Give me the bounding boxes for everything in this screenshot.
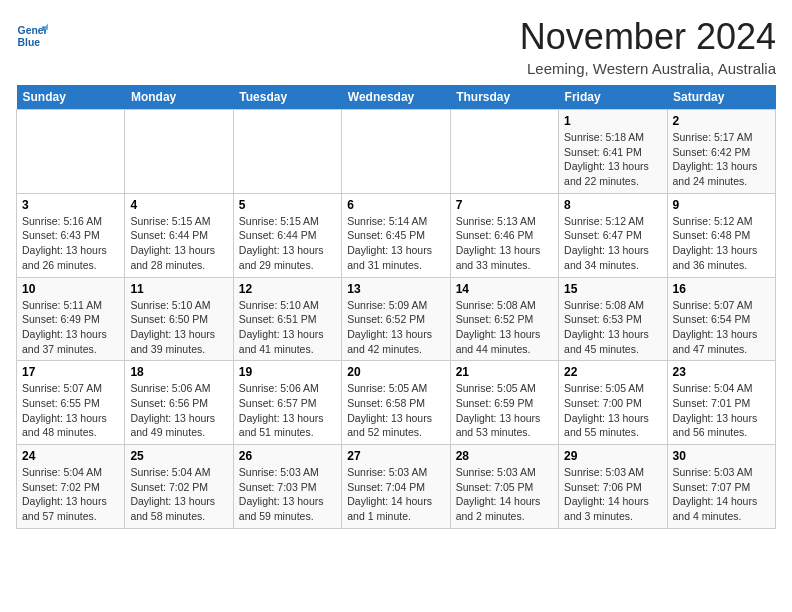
calendar-cell: 29Sunrise: 5:03 AM Sunset: 7:06 PM Dayli… — [559, 445, 667, 529]
weekday-monday: Monday — [125, 85, 233, 110]
weekday-thursday: Thursday — [450, 85, 558, 110]
calendar-cell: 19Sunrise: 5:06 AM Sunset: 6:57 PM Dayli… — [233, 361, 341, 445]
day-number: 24 — [22, 449, 119, 463]
day-info: Sunrise: 5:18 AM Sunset: 6:41 PM Dayligh… — [564, 130, 661, 189]
day-info: Sunrise: 5:06 AM Sunset: 6:57 PM Dayligh… — [239, 381, 336, 440]
day-number: 9 — [673, 198, 770, 212]
day-number: 7 — [456, 198, 553, 212]
day-number: 14 — [456, 282, 553, 296]
calendar-cell: 3Sunrise: 5:16 AM Sunset: 6:43 PM Daylig… — [17, 193, 125, 277]
day-info: Sunrise: 5:08 AM Sunset: 6:53 PM Dayligh… — [564, 298, 661, 357]
day-info: Sunrise: 5:10 AM Sunset: 6:51 PM Dayligh… — [239, 298, 336, 357]
day-number: 6 — [347, 198, 444, 212]
day-number: 4 — [130, 198, 227, 212]
day-number: 21 — [456, 365, 553, 379]
day-info: Sunrise: 5:08 AM Sunset: 6:52 PM Dayligh… — [456, 298, 553, 357]
day-number: 3 — [22, 198, 119, 212]
day-info: Sunrise: 5:16 AM Sunset: 6:43 PM Dayligh… — [22, 214, 119, 273]
weekday-wednesday: Wednesday — [342, 85, 450, 110]
calendar-cell — [233, 110, 341, 194]
title-area: November 2024 Leeming, Western Australia… — [520, 16, 776, 77]
day-info: Sunrise: 5:12 AM Sunset: 6:47 PM Dayligh… — [564, 214, 661, 273]
day-info: Sunrise: 5:15 AM Sunset: 6:44 PM Dayligh… — [130, 214, 227, 273]
day-info: Sunrise: 5:10 AM Sunset: 6:50 PM Dayligh… — [130, 298, 227, 357]
calendar-cell: 13Sunrise: 5:09 AM Sunset: 6:52 PM Dayli… — [342, 277, 450, 361]
calendar-cell — [17, 110, 125, 194]
day-info: Sunrise: 5:03 AM Sunset: 7:04 PM Dayligh… — [347, 465, 444, 524]
calendar-table: SundayMondayTuesdayWednesdayThursdayFrid… — [16, 85, 776, 529]
calendar-cell: 22Sunrise: 5:05 AM Sunset: 7:00 PM Dayli… — [559, 361, 667, 445]
day-number: 26 — [239, 449, 336, 463]
day-info: Sunrise: 5:05 AM Sunset: 6:58 PM Dayligh… — [347, 381, 444, 440]
month-title: November 2024 — [520, 16, 776, 58]
day-info: Sunrise: 5:14 AM Sunset: 6:45 PM Dayligh… — [347, 214, 444, 273]
calendar-cell: 18Sunrise: 5:06 AM Sunset: 6:56 PM Dayli… — [125, 361, 233, 445]
day-number: 1 — [564, 114, 661, 128]
day-info: Sunrise: 5:04 AM Sunset: 7:02 PM Dayligh… — [22, 465, 119, 524]
calendar-cell — [450, 110, 558, 194]
day-info: Sunrise: 5:07 AM Sunset: 6:54 PM Dayligh… — [673, 298, 770, 357]
day-info: Sunrise: 5:06 AM Sunset: 6:56 PM Dayligh… — [130, 381, 227, 440]
day-number: 20 — [347, 365, 444, 379]
day-info: Sunrise: 5:03 AM Sunset: 7:06 PM Dayligh… — [564, 465, 661, 524]
calendar-cell: 12Sunrise: 5:10 AM Sunset: 6:51 PM Dayli… — [233, 277, 341, 361]
calendar-cell: 27Sunrise: 5:03 AM Sunset: 7:04 PM Dayli… — [342, 445, 450, 529]
logo: General Blue — [16, 20, 52, 52]
day-info: Sunrise: 5:15 AM Sunset: 6:44 PM Dayligh… — [239, 214, 336, 273]
calendar-cell — [342, 110, 450, 194]
day-number: 10 — [22, 282, 119, 296]
day-number: 8 — [564, 198, 661, 212]
calendar-cell: 14Sunrise: 5:08 AM Sunset: 6:52 PM Dayli… — [450, 277, 558, 361]
day-number: 30 — [673, 449, 770, 463]
day-number: 12 — [239, 282, 336, 296]
day-info: Sunrise: 5:03 AM Sunset: 7:03 PM Dayligh… — [239, 465, 336, 524]
calendar-cell: 21Sunrise: 5:05 AM Sunset: 6:59 PM Dayli… — [450, 361, 558, 445]
day-number: 22 — [564, 365, 661, 379]
calendar-cell: 26Sunrise: 5:03 AM Sunset: 7:03 PM Dayli… — [233, 445, 341, 529]
calendar-cell: 11Sunrise: 5:10 AM Sunset: 6:50 PM Dayli… — [125, 277, 233, 361]
calendar-cell: 8Sunrise: 5:12 AM Sunset: 6:47 PM Daylig… — [559, 193, 667, 277]
week-row-2: 3Sunrise: 5:16 AM Sunset: 6:43 PM Daylig… — [17, 193, 776, 277]
calendar-cell: 1Sunrise: 5:18 AM Sunset: 6:41 PM Daylig… — [559, 110, 667, 194]
day-number: 17 — [22, 365, 119, 379]
calendar-cell: 9Sunrise: 5:12 AM Sunset: 6:48 PM Daylig… — [667, 193, 775, 277]
weekday-saturday: Saturday — [667, 85, 775, 110]
weekday-friday: Friday — [559, 85, 667, 110]
week-row-3: 10Sunrise: 5:11 AM Sunset: 6:49 PM Dayli… — [17, 277, 776, 361]
week-row-1: 1Sunrise: 5:18 AM Sunset: 6:41 PM Daylig… — [17, 110, 776, 194]
logo-icon: General Blue — [16, 20, 48, 52]
day-info: Sunrise: 5:04 AM Sunset: 7:02 PM Dayligh… — [130, 465, 227, 524]
calendar-cell: 16Sunrise: 5:07 AM Sunset: 6:54 PM Dayli… — [667, 277, 775, 361]
calendar-cell: 30Sunrise: 5:03 AM Sunset: 7:07 PM Dayli… — [667, 445, 775, 529]
day-number: 5 — [239, 198, 336, 212]
day-info: Sunrise: 5:03 AM Sunset: 7:07 PM Dayligh… — [673, 465, 770, 524]
svg-text:Blue: Blue — [18, 37, 41, 48]
calendar-cell: 15Sunrise: 5:08 AM Sunset: 6:53 PM Dayli… — [559, 277, 667, 361]
day-number: 2 — [673, 114, 770, 128]
day-info: Sunrise: 5:07 AM Sunset: 6:55 PM Dayligh… — [22, 381, 119, 440]
calendar-cell — [125, 110, 233, 194]
day-number: 29 — [564, 449, 661, 463]
day-number: 15 — [564, 282, 661, 296]
calendar-cell: 2Sunrise: 5:17 AM Sunset: 6:42 PM Daylig… — [667, 110, 775, 194]
weekday-sunday: Sunday — [17, 85, 125, 110]
day-info: Sunrise: 5:09 AM Sunset: 6:52 PM Dayligh… — [347, 298, 444, 357]
calendar-cell: 24Sunrise: 5:04 AM Sunset: 7:02 PM Dayli… — [17, 445, 125, 529]
day-info: Sunrise: 5:05 AM Sunset: 6:59 PM Dayligh… — [456, 381, 553, 440]
calendar-cell: 6Sunrise: 5:14 AM Sunset: 6:45 PM Daylig… — [342, 193, 450, 277]
day-number: 27 — [347, 449, 444, 463]
day-info: Sunrise: 5:11 AM Sunset: 6:49 PM Dayligh… — [22, 298, 119, 357]
calendar-cell: 4Sunrise: 5:15 AM Sunset: 6:44 PM Daylig… — [125, 193, 233, 277]
location-title: Leeming, Western Australia, Australia — [520, 60, 776, 77]
day-info: Sunrise: 5:03 AM Sunset: 7:05 PM Dayligh… — [456, 465, 553, 524]
calendar-cell: 28Sunrise: 5:03 AM Sunset: 7:05 PM Dayli… — [450, 445, 558, 529]
calendar-cell: 7Sunrise: 5:13 AM Sunset: 6:46 PM Daylig… — [450, 193, 558, 277]
day-info: Sunrise: 5:13 AM Sunset: 6:46 PM Dayligh… — [456, 214, 553, 273]
week-row-5: 24Sunrise: 5:04 AM Sunset: 7:02 PM Dayli… — [17, 445, 776, 529]
day-number: 16 — [673, 282, 770, 296]
calendar-cell: 20Sunrise: 5:05 AM Sunset: 6:58 PM Dayli… — [342, 361, 450, 445]
day-number: 23 — [673, 365, 770, 379]
day-info: Sunrise: 5:12 AM Sunset: 6:48 PM Dayligh… — [673, 214, 770, 273]
weekday-tuesday: Tuesday — [233, 85, 341, 110]
day-number: 13 — [347, 282, 444, 296]
